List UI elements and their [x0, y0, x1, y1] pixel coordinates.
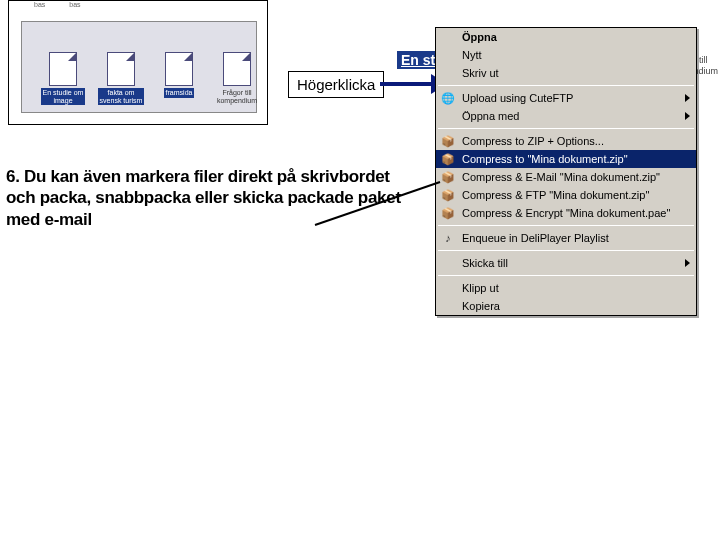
menu-item-label: Compress to ZIP + Options... — [462, 135, 604, 147]
menu-item[interactable]: 📦Compress & Encrypt "Mina dokument.pae" — [436, 204, 696, 222]
menu-item[interactable]: Skriv ut — [436, 64, 696, 82]
menu-separator — [438, 128, 694, 129]
arrow-icon — [380, 82, 433, 86]
file-item[interactable]: fakta omsvensk turism — [98, 52, 144, 105]
menu-item[interactable]: Öppna — [436, 28, 696, 46]
file-thumb-icon — [107, 52, 135, 86]
step-6-instruction: 6. Du kan även markera filer direkt på s… — [6, 166, 406, 230]
menu-item[interactable]: Kopiera — [436, 297, 696, 315]
menu-item-label: Compress & E-Mail "Mina dokument.zip" — [462, 171, 660, 183]
menu-item-label: Enqueue in DeliPlayer Playlist — [462, 232, 609, 244]
folder-inner: En studie omimagefakta omsvensk turismfr… — [21, 21, 257, 113]
menu-item-label: Upload using CuteFTP — [462, 92, 573, 104]
zip-icon: 📦 — [440, 206, 456, 220]
menu-separator — [438, 225, 694, 226]
menu-item-label: Skicka till — [462, 257, 508, 269]
menu-item[interactable]: Nytt — [436, 46, 696, 64]
right-click-callout: Högerklicka — [288, 71, 384, 98]
menu-item[interactable]: 📦Compress & E-Mail "Mina dokument.zip" — [436, 168, 696, 186]
file-thumb-icon — [223, 52, 251, 86]
menu-item-label: Compress & Encrypt "Mina dokument.pae" — [462, 207, 670, 219]
file-label: En studie omimage — [41, 88, 86, 105]
menu-item[interactable]: 📦Compress to ZIP + Options... — [436, 132, 696, 150]
file-thumb-icon — [165, 52, 193, 86]
menu-separator — [438, 250, 694, 251]
submenu-arrow-icon — [685, 94, 690, 102]
menu-item-label: Compress to "Mina dokument.zip" — [462, 153, 628, 165]
folder-selection-panel: bas bas En studie omimagefakta omsvensk … — [8, 0, 268, 125]
submenu-arrow-icon — [685, 259, 690, 267]
file-label: framsida — [164, 88, 195, 98]
menu-item[interactable]: Klipp ut — [436, 279, 696, 297]
context-menu[interactable]: ÖppnaNyttSkriv ut🌐Upload using CuteFTPÖp… — [435, 27, 697, 316]
file-item[interactable]: En studie omimage — [40, 52, 86, 105]
zip-icon: 📦 — [440, 188, 456, 202]
zip-icon: 📦 — [440, 170, 456, 184]
file-thumb-icon — [49, 52, 77, 86]
file-item[interactable]: Frågor tillkompendium — [214, 52, 260, 105]
menu-item[interactable]: 📦Compress to "Mina dokument.zip" — [436, 150, 696, 168]
menu-item-label: Compress & FTP "Mina dokument.zip" — [462, 189, 649, 201]
submenu-arrow-icon — [685, 112, 690, 120]
file-label: Frågor tillkompendium — [215, 88, 259, 105]
menu-item-label: Kopiera — [462, 300, 500, 312]
menu-item[interactable]: ♪Enqueue in DeliPlayer Playlist — [436, 229, 696, 247]
globe-icon: 🌐 — [440, 91, 456, 105]
menu-item[interactable]: 📦Compress & FTP "Mina dokument.zip" — [436, 186, 696, 204]
menu-item-label: Klipp ut — [462, 282, 499, 294]
file-label: fakta omsvensk turism — [98, 88, 145, 105]
zip-icon: 📦 — [440, 134, 456, 148]
menu-item-label: Öppna med — [462, 110, 519, 122]
menu-item[interactable]: Skicka till — [436, 254, 696, 272]
selected-file-behind-menu: En st — [397, 51, 439, 69]
menu-item-label: Skriv ut — [462, 67, 499, 79]
menu-separator — [438, 85, 694, 86]
zip-icon: 📦 — [440, 152, 456, 166]
menu-item[interactable]: Öppna med — [436, 107, 696, 125]
note-icon: ♪ — [440, 231, 456, 245]
menu-item-label: Öppna — [462, 31, 497, 43]
menu-item-label: Nytt — [462, 49, 482, 61]
menu-item[interactable]: 🌐Upload using CuteFTP — [436, 89, 696, 107]
folder-tab: bas — [31, 1, 48, 8]
folder-tab: bas — [66, 1, 83, 8]
menu-separator — [438, 275, 694, 276]
file-item[interactable]: framsida — [156, 52, 202, 105]
